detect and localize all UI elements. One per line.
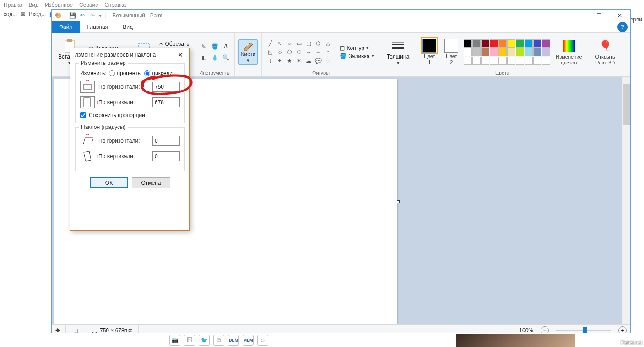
- shape-curve[interactable]: ∿: [275, 39, 284, 48]
- color-swatch[interactable]: [516, 57, 524, 65]
- color-swatch[interactable]: [533, 57, 541, 65]
- thickness-button[interactable]: Толщина▾: [384, 37, 412, 66]
- emoji-icon[interactable]: ☺: [257, 335, 268, 346]
- color-swatch[interactable]: [533, 48, 541, 56]
- color-swatch[interactable]: [490, 48, 498, 56]
- pencil-tool[interactable]: ✎: [199, 42, 209, 52]
- maximize-button[interactable]: ☐: [588, 10, 609, 21]
- shape-4star[interactable]: ✦: [275, 57, 284, 65]
- fill-tool[interactable]: 🪣: [210, 42, 220, 52]
- save-icon[interactable]: 💾: [69, 12, 76, 19]
- dem-badge[interactable]: DEM: [228, 335, 239, 346]
- dialog-close-button[interactable]: ✕: [175, 49, 186, 60]
- radio-percent[interactable]: проценты: [109, 70, 141, 76]
- shape-poly[interactable]: ⬠: [314, 39, 323, 48]
- color-swatch[interactable]: [498, 39, 507, 48]
- picker-tool[interactable]: 💧: [210, 53, 220, 63]
- shape-arrowU[interactable]: ↑: [323, 48, 332, 56]
- qat-dropdown-icon[interactable]: ▾: [99, 12, 102, 19]
- help-icon[interactable]: ?: [617, 22, 628, 32]
- shape-hex[interactable]: ⬡: [294, 48, 303, 56]
- eraser-tool[interactable]: ◧: [199, 53, 209, 63]
- shape-line[interactable]: ╱: [265, 39, 275, 48]
- color-swatch[interactable]: [464, 39, 472, 48]
- shape-diamond[interactable]: ◇: [275, 48, 284, 56]
- color-swatch[interactable]: [507, 48, 515, 56]
- color-swatch[interactable]: [472, 39, 481, 48]
- copy-icon[interactable]: ⧉: [213, 335, 224, 346]
- color-swatch[interactable]: [516, 39, 524, 48]
- shape-5star[interactable]: ★: [285, 57, 294, 65]
- resize-handle-e[interactable]: [397, 200, 400, 203]
- color-swatch[interactable]: [481, 48, 489, 56]
- color-swatch[interactable]: [525, 39, 533, 48]
- cancel-button[interactable]: Отмена: [132, 177, 170, 188]
- vertical-scrollbar[interactable]: [622, 77, 630, 324]
- horiz-input[interactable]: [152, 82, 180, 92]
- host-menu: ПравкаВидИзбранноеСервисСправка: [0, 0, 644, 10]
- shape-fill[interactable]: 🪣Заливка ▾: [338, 53, 376, 60]
- redo-icon[interactable]: ↷: [89, 12, 96, 19]
- tab-file[interactable]: Файл: [52, 21, 80, 33]
- shape-rect[interactable]: ▭: [294, 39, 303, 48]
- color-swatch[interactable]: [490, 57, 498, 65]
- skew-v-input[interactable]: [152, 151, 180, 161]
- shape-6star[interactable]: ✶: [294, 57, 303, 65]
- color-swatch[interactable]: [490, 39, 498, 48]
- undo-icon[interactable]: ↶: [79, 12, 86, 19]
- color-swatch[interactable]: [472, 48, 481, 56]
- crop-button[interactable]: ✂Обрезать: [157, 40, 191, 48]
- color-swatch[interactable]: [481, 57, 489, 65]
- color-swatch[interactable]: [498, 48, 507, 56]
- text-tool[interactable]: A: [221, 42, 231, 52]
- shape-callout1[interactable]: ☁: [304, 57, 313, 65]
- color-swatch[interactable]: [464, 57, 472, 65]
- zoom-tool[interactable]: 🔍: [221, 53, 231, 63]
- color2[interactable]: Цвет 2: [442, 38, 461, 65]
- zoom-slider[interactable]: [556, 330, 611, 331]
- color-swatch[interactable]: [472, 57, 481, 65]
- shape-pent[interactable]: ⬠: [285, 48, 294, 56]
- color-swatch[interactable]: [507, 57, 515, 65]
- vert-input[interactable]: [152, 97, 180, 107]
- color-swatch[interactable]: [498, 57, 507, 65]
- close-button[interactable]: ✕: [609, 10, 630, 21]
- shape-outline[interactable]: ◫Контур ▾: [338, 44, 376, 52]
- edit-colors-button[interactable]: Изменение цветов: [553, 37, 584, 66]
- shape-arrowL[interactable]: ←: [314, 48, 323, 56]
- ok-button[interactable]: ОК: [90, 177, 128, 188]
- app-icon: 🎨: [54, 12, 62, 19]
- twitter-icon[interactable]: 🐦: [199, 335, 210, 346]
- color-swatch[interactable]: [533, 39, 541, 48]
- keep-ratio-checkbox[interactable]: [80, 112, 86, 118]
- brushes-button[interactable]: Кисти▾: [238, 39, 258, 65]
- color-swatch[interactable]: [481, 39, 489, 48]
- color-swatch[interactable]: [525, 57, 533, 65]
- shape-tri[interactable]: △: [323, 39, 332, 48]
- video-icon[interactable]: 🎞: [184, 335, 195, 346]
- shape-oval[interactable]: ○: [285, 39, 294, 48]
- color1[interactable]: Цвет 1: [420, 38, 439, 65]
- color-swatch[interactable]: [464, 48, 472, 56]
- color-swatch[interactable]: [542, 48, 550, 56]
- color-swatch[interactable]: [516, 48, 524, 56]
- tab-view[interactable]: Вид: [115, 21, 140, 33]
- color-swatch[interactable]: [542, 57, 550, 65]
- crop-icon: ✂: [159, 41, 163, 47]
- minimize-button[interactable]: —: [567, 10, 588, 21]
- paint3d-button[interactable]: 🎈 Открыть Paint 3D: [593, 37, 618, 66]
- shape-rtri[interactable]: ◺: [265, 48, 275, 56]
- camera-icon[interactable]: 📷: [169, 335, 180, 346]
- mem-badge[interactable]: MEM: [243, 335, 254, 346]
- color-swatch[interactable]: [507, 39, 515, 48]
- shape-callout2[interactable]: 💬: [314, 57, 323, 65]
- skew-h-input[interactable]: [152, 136, 180, 146]
- shape-arrowR[interactable]: →: [304, 48, 313, 56]
- color-swatch[interactable]: [525, 48, 533, 56]
- shape-roundrect[interactable]: ▢: [304, 39, 313, 48]
- shape-heart[interactable]: ♡: [323, 57, 332, 65]
- shape-arrowD[interactable]: ↓: [265, 57, 275, 65]
- color-swatch[interactable]: [542, 39, 550, 48]
- radio-pixels[interactable]: пиксели: [144, 70, 173, 76]
- tab-home[interactable]: Главная: [80, 21, 116, 33]
